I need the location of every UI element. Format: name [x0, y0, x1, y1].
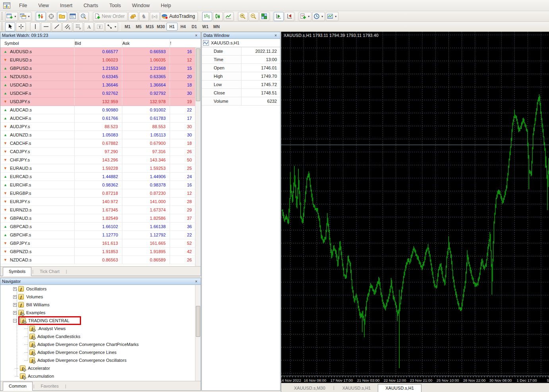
navigator-button[interactable]	[57, 12, 67, 21]
price-chart[interactable]	[281, 32, 549, 376]
market-watch-row-gbpusd-s[interactable]: ▲GBPUSD.s1.215531.2156815	[0, 64, 195, 73]
tab-tick-chart[interactable]: Tick Chart	[34, 267, 65, 276]
new-order-button[interactable]: New Order	[93, 12, 128, 21]
indicators-button[interactable]: ▼	[299, 12, 311, 21]
navigator-item-examples[interactable]: +fExamples	[0, 309, 195, 317]
chart-tab-2[interactable]: XAUUSD.s,H1	[378, 384, 421, 392]
timeframe-d1-button[interactable]: D1	[189, 23, 200, 31]
navigator-item-oscillators[interactable]: +fOscillators	[0, 285, 195, 293]
expand-icon[interactable]: +	[13, 311, 17, 315]
column-header-bid[interactable]: Bid	[74, 39, 122, 47]
menu-item-view[interactable]: View	[33, 1, 54, 10]
time-axis[interactable]: 14 Nov 202216 Nov 08:0017 Nov 17:0021 No…	[281, 376, 549, 383]
navigator-item-volumes[interactable]: +fVolumes	[0, 293, 195, 301]
trendline-button[interactable]	[52, 22, 62, 31]
navigator-item-adaptive-divergence-convergence-chartpricemarks[interactable]: fAdaptive Divergence Convergence ChartPr…	[0, 340, 195, 348]
timeframe-mn-button[interactable]: MN	[211, 23, 222, 31]
tab-common[interactable]: Common	[3, 382, 33, 391]
vertical-line-button[interactable]	[30, 22, 40, 31]
expand-icon[interactable]: +	[13, 303, 17, 307]
navigator-item-adaptive-candlesticks[interactable]: fAdaptive Candlesticks	[0, 332, 195, 340]
autotrading-button[interactable]: AutoTrading	[160, 12, 198, 21]
navigator-item-analyst-views[interactable]: f.Analyst Views	[0, 325, 195, 332]
timeframe-m5-button[interactable]: M5	[133, 23, 144, 31]
navigator-item-accelerator[interactable]: fAccelerator	[0, 364, 195, 372]
market-watch-row-audchf-s[interactable]: ▲AUDCHF.s0.617660.6178317	[0, 114, 195, 123]
market-watch-row-eurchf-s[interactable]: ▲EURCHF.s0.983620.9837816	[0, 181, 195, 189]
column-header-ask[interactable]: Ask	[122, 39, 170, 47]
candlestick-chart-button[interactable]	[213, 12, 223, 21]
templates-button[interactable]: ▼	[326, 12, 338, 21]
menu-item-help[interactable]: Help	[155, 1, 177, 10]
column-header-symbol[interactable]: Symbol	[0, 39, 74, 47]
market-watch-row-audjpy-s[interactable]: ▼AUDJPY.s88.52388.55330	[0, 123, 195, 131]
menu-item-file[interactable]: File	[14, 1, 33, 10]
market-watch-row-usdjpy-s[interactable]: ▼USDJPY.s132.959132.97819	[0, 98, 195, 106]
strategy-tester-button[interactable]	[79, 12, 89, 21]
close-icon[interactable]: ×	[273, 33, 278, 38]
timeframe-h4-button[interactable]: H4	[178, 23, 189, 31]
navigator-item-trading-central[interactable]: −fTRADING CENTRAL	[0, 317, 195, 325]
market-watch-row-eurjpy-s[interactable]: ▼EURJPY.s140.972141.00028	[0, 198, 195, 206]
menu-item-insert[interactable]: Insert	[54, 1, 78, 10]
market-watch-row-eurnzd-s[interactable]: ▼EURNZD.s1.673451.6737429	[0, 206, 195, 214]
terminal-button[interactable]	[68, 12, 78, 21]
market-watch-row-gbpjpy-s[interactable]: ▼GBPJPY.s161.613161.66552	[0, 239, 195, 248]
scrollbar-thumb[interactable]	[196, 306, 200, 337]
scrollbar-thumb[interactable]	[196, 48, 200, 101]
zoom-out-button[interactable]	[249, 12, 259, 21]
tab-symbols[interactable]: Symbols	[3, 267, 31, 276]
cursor-button[interactable]	[5, 22, 15, 31]
text-label-button[interactable]: T	[95, 22, 104, 31]
collapse-icon[interactable]: −	[13, 319, 17, 323]
equidistant-channel-button[interactable]: E	[62, 22, 72, 31]
expert-advisors-button[interactable]: ♞	[139, 12, 149, 21]
text-button[interactable]: A	[84, 22, 94, 31]
market-watch-row-gbpchf-s[interactable]: ▲GBPCHF.s1.127701.1279222	[0, 231, 195, 239]
column-header-[interactable]: !	[170, 39, 201, 47]
horizontal-line-button[interactable]	[41, 22, 51, 31]
menu-item-tools[interactable]: Tools	[104, 1, 126, 10]
timeframe-h1-button[interactable]: H1	[166, 23, 178, 31]
market-watch-row-usdcad-s[interactable]: ▲USDCAD.s1.366461.3666418	[0, 81, 195, 89]
navigator-item-bill-williams[interactable]: +fBill Williams	[0, 301, 195, 309]
arrows-button[interactable]: ▼	[105, 22, 118, 31]
menu-item-window[interactable]: Window	[126, 1, 155, 10]
tile-windows-button[interactable]	[259, 12, 269, 21]
market-watch-row-nzdusd-s[interactable]: ▲NZDUSD.s0.633450.6336520	[0, 73, 195, 81]
zoom-in-button[interactable]	[238, 12, 248, 21]
metaeditor-button[interactable]	[128, 12, 138, 21]
timeframe-m15-button[interactable]: M15	[144, 23, 155, 31]
market-watch-row-gbpnzd-s[interactable]: ▼GBPNZD.s1.918531.9189542	[0, 248, 195, 256]
market-watch-row-eurusd-s[interactable]: ▼EURUSD.s1.060231.0603512	[0, 56, 195, 64]
expand-icon[interactable]: +	[13, 287, 17, 291]
chart-tab-0[interactable]: XAUUSD.s,M30	[287, 384, 332, 392]
periods-button[interactable]: ▼	[312, 12, 325, 21]
navigator-item-adaptive-divergence-convergence-lines[interactable]: fAdaptive Divergence Convergence Lines	[0, 348, 195, 356]
market-watch-row-audnzd-s[interactable]: ▲AUDNZD.s1.050831.0511330	[0, 131, 195, 139]
market-watch-row-gbpcad-s[interactable]: ▲GBPCAD.s1.661021.6613836	[0, 223, 195, 231]
fibonacci-retracement-button[interactable]: F	[73, 22, 83, 31]
timeframe-m1-button[interactable]: M1	[122, 23, 133, 31]
navigator-item-adaptive-divergence-convergence-oscillators[interactable]: fAdaptive Divergence Convergence Oscilla…	[0, 356, 195, 364]
bar-chart-button[interactable]	[202, 12, 212, 21]
menu-item-charts[interactable]: Charts	[78, 1, 104, 10]
line-chart-button[interactable]	[224, 12, 234, 21]
market-watch-row-eurgbp-s[interactable]: ▼EURGBP.s0.872180.8723012	[0, 189, 195, 198]
market-watch-row-cadchf-s[interactable]: ▼CADCHF.s0.678820.6790018	[0, 139, 195, 148]
data-window-button[interactable]	[46, 12, 56, 21]
market-watch-row-cadjpy-s[interactable]: ▼CADJPY.s97.29097.31626	[0, 148, 195, 156]
market-watch-row-gbpaud-s[interactable]: ▼GBPAUD.s1.825491.8258637	[0, 214, 195, 223]
market-watch-row-audcad-s[interactable]: ▲AUDCAD.s0.909800.9100222	[0, 106, 195, 114]
expand-icon[interactable]: +	[13, 295, 17, 299]
navigator-scrollbar[interactable]	[195, 285, 201, 381]
tab-favorites[interactable]: Favorites	[35, 382, 64, 390]
market-watch-row-audusd-s[interactable]: ▲AUDUSD.s0.665770.6659316	[0, 48, 195, 56]
market-watch-row-eurcad-s[interactable]: ▲EURCAD.s1.448821.4490624	[0, 173, 195, 181]
navigator-item-accumulation[interactable]: fAccumulation	[0, 372, 195, 380]
timeframe-w1-button[interactable]: W1	[200, 23, 211, 31]
market-watch-row-nzdcad-s[interactable]: ▼NZDCAD.s0.865630.8658926	[0, 256, 195, 264]
profiles-button[interactable]: ▼	[19, 12, 31, 21]
chart-window[interactable]: XAUUSD.s,H1 1793.11 1794.39 1793.11 1793…	[281, 32, 549, 392]
close-icon[interactable]: ×	[193, 279, 199, 284]
